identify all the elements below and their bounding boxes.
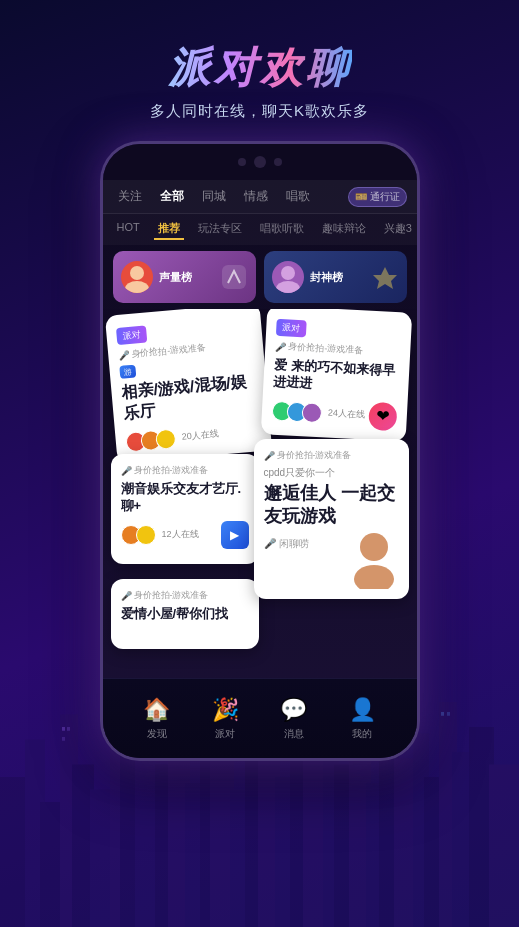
tab-emotion[interactable]: 情感 bbox=[239, 186, 273, 207]
camera-dot-small2 bbox=[274, 158, 282, 166]
rank-avatar-1 bbox=[121, 261, 153, 293]
svg-rect-16 bbox=[258, 746, 280, 927]
ranking-row: 声量榜 封神榜 bbox=[103, 245, 417, 309]
rank-avatar-2 bbox=[272, 261, 304, 293]
card-2-title: 爱 来的巧不如来得早 进进进 bbox=[273, 357, 400, 397]
card-3-sub: 🎤身价抢拍-游戏准备 bbox=[121, 464, 249, 477]
svg-point-45 bbox=[125, 281, 149, 293]
tab-local[interactable]: 同城 bbox=[197, 186, 231, 207]
card-5-title: 爱情小屋/帮你们找 bbox=[121, 606, 249, 623]
card-3-footer: 12人在线 ▶ bbox=[121, 521, 249, 549]
tab-follow[interactable]: 关注 bbox=[113, 186, 147, 207]
svg-rect-1 bbox=[25, 740, 45, 928]
rank-label-voice: 声量榜 bbox=[159, 270, 192, 285]
tab-all[interactable]: 全部 bbox=[155, 186, 189, 207]
pass-badge[interactable]: 🎫 通行证 bbox=[348, 187, 407, 207]
mini-avatar-8 bbox=[136, 525, 156, 545]
rank-card-god[interactable]: 封神榜 bbox=[264, 251, 407, 303]
subtab-interest[interactable]: 兴趣3 bbox=[380, 219, 416, 240]
subtab-recommend[interactable]: 推荐 bbox=[154, 219, 184, 240]
card-4-sub: 🎤身价抢拍-游戏准备 bbox=[264, 449, 399, 462]
message-icon: 💬 bbox=[280, 697, 307, 723]
card-5[interactable]: 🎤身价抢拍-游戏准备 爱情小屋/帮你们找 bbox=[111, 579, 259, 649]
svg-rect-31 bbox=[489, 765, 519, 928]
card-1-title: 相亲/游戏/混场/娱乐厅 bbox=[120, 371, 258, 424]
svg-rect-14 bbox=[230, 790, 250, 928]
nav-tabs-bar: 关注 全部 同城 情感 唱歌 🎫 通行证 bbox=[103, 180, 417, 214]
card-1[interactable]: 派对 🎤身价抢拍-游戏准备 游 相亲/游戏/混场/娱乐厅 bbox=[104, 309, 271, 463]
phone-mockup: 关注 全部 同城 情感 唱歌 🎫 通行证 HOT 推荐 玩法专区 唱歌听歌 趣味… bbox=[0, 141, 519, 761]
rank-label-god: 封神榜 bbox=[310, 270, 343, 285]
card-1-badge: 派对 bbox=[115, 325, 146, 345]
nav-item-party[interactable]: 🎉 派对 bbox=[212, 697, 239, 741]
card-2-sub: 🎤身价抢拍-游戏准备 bbox=[274, 340, 400, 360]
cards-area: 派对 🎤身价抢拍-游戏准备 游 相亲/游戏/混场/娱乐厅 bbox=[103, 309, 417, 689]
svg-point-47 bbox=[281, 266, 295, 280]
phone-top-bar bbox=[103, 144, 417, 180]
camera-dot-small bbox=[238, 158, 246, 166]
tab-sing[interactable]: 唱歌 bbox=[281, 186, 315, 207]
bottom-nav: 🏠 发现 🎉 派对 💬 消息 👤 我的 bbox=[103, 678, 417, 758]
card-5-sub: 🎤身价抢拍-游戏准备 bbox=[121, 589, 249, 602]
card-2[interactable]: 派对 🎤身价抢拍-游戏准备 爱 来的巧不如来得早 进进进 24人在线 bbox=[260, 309, 412, 441]
rank-card-voice[interactable]: 声量榜 bbox=[113, 251, 256, 303]
game-badge: 游 bbox=[119, 365, 136, 379]
profile-icon: 👤 bbox=[349, 697, 376, 723]
party-icon: 🎉 bbox=[212, 697, 239, 723]
subtab-hot[interactable]: HOT bbox=[113, 219, 144, 240]
svg-rect-25 bbox=[394, 758, 418, 927]
svg-point-49 bbox=[360, 533, 388, 561]
discover-icon: 🏠 bbox=[143, 697, 170, 723]
svg-rect-13 bbox=[210, 758, 234, 927]
card-3-title: 潮音娱乐交友才艺厅.聊+ bbox=[121, 481, 249, 515]
card-1-footer: 20人在线 bbox=[125, 421, 261, 453]
svg-rect-27 bbox=[424, 777, 444, 927]
card-4-avatar-area bbox=[349, 529, 399, 589]
svg-rect-5 bbox=[90, 790, 118, 928]
svg-rect-9 bbox=[155, 765, 173, 928]
svg-point-50 bbox=[354, 565, 394, 589]
card-2-badge: 派对 bbox=[275, 319, 306, 338]
discover-label: 发现 bbox=[147, 727, 167, 741]
card-3-online: 12人在线 bbox=[162, 528, 199, 541]
pass-icon: 🎫 bbox=[355, 191, 367, 202]
nav-item-profile[interactable]: 👤 我的 bbox=[349, 697, 376, 741]
nav-item-discover[interactable]: 🏠 发现 bbox=[143, 697, 170, 741]
subtab-sing-listen[interactable]: 唱歌听歌 bbox=[256, 219, 308, 240]
card-2-online: 24人在线 bbox=[327, 407, 365, 422]
main-title: 派对欢聊 bbox=[168, 40, 352, 96]
svg-rect-21 bbox=[334, 765, 354, 928]
card-1-avatars bbox=[125, 428, 177, 452]
profile-label: 我的 bbox=[352, 727, 372, 741]
card-3-avatars bbox=[121, 525, 156, 545]
card-1-online: 20人在线 bbox=[181, 428, 219, 444]
svg-rect-29 bbox=[452, 752, 474, 927]
svg-point-44 bbox=[130, 266, 144, 280]
phone-frame: 关注 全部 同城 情感 唱歌 🎫 通行证 HOT 推荐 玩法专区 唱歌听歌 趣味… bbox=[100, 141, 420, 761]
svg-rect-11 bbox=[185, 783, 205, 927]
subtab-gameplay[interactable]: 玩法专区 bbox=[194, 219, 246, 240]
card-2-join[interactable]: ❤ bbox=[368, 402, 397, 431]
message-label: 消息 bbox=[284, 727, 304, 741]
svg-rect-22 bbox=[349, 740, 371, 928]
svg-rect-23 bbox=[366, 783, 384, 927]
party-label: 派对 bbox=[215, 727, 235, 741]
svg-rect-19 bbox=[303, 752, 328, 927]
card-2-avatars bbox=[271, 400, 322, 423]
svg-rect-4 bbox=[72, 765, 94, 928]
card-2-footer: 24人在线 ❤ bbox=[271, 396, 397, 431]
mini-avatar-6 bbox=[301, 402, 322, 423]
phone-inner: 关注 全部 同城 情感 唱歌 🎫 通行证 HOT 推荐 玩法专区 唱歌听歌 趣味… bbox=[103, 180, 417, 758]
svg-rect-46 bbox=[222, 265, 246, 289]
nav-item-message[interactable]: 💬 消息 bbox=[280, 697, 307, 741]
svg-rect-7 bbox=[120, 752, 140, 927]
card-3[interactable]: 🎤身价抢拍-游戏准备 潮音娱乐交友才艺厅.聊+ 12人在线 ▶ bbox=[111, 454, 259, 564]
subtab-debate[interactable]: 趣味辩论 bbox=[318, 219, 370, 240]
camera-dot-large bbox=[254, 156, 266, 168]
card-4-sub2: cpdd只爱你一个 bbox=[264, 466, 399, 480]
svg-point-48 bbox=[276, 281, 300, 293]
sub-tabs-bar: HOT 推荐 玩法专区 唱歌听歌 趣味辩论 兴趣3 bbox=[103, 214, 417, 245]
card-4[interactable]: 🎤身价抢拍-游戏准备 cpdd只爱你一个 邂逅佳人 一起交友玩游戏 🎤闲聊唠 bbox=[254, 439, 409, 599]
pass-label: 通行证 bbox=[370, 190, 400, 204]
svg-rect-10 bbox=[168, 733, 190, 927]
